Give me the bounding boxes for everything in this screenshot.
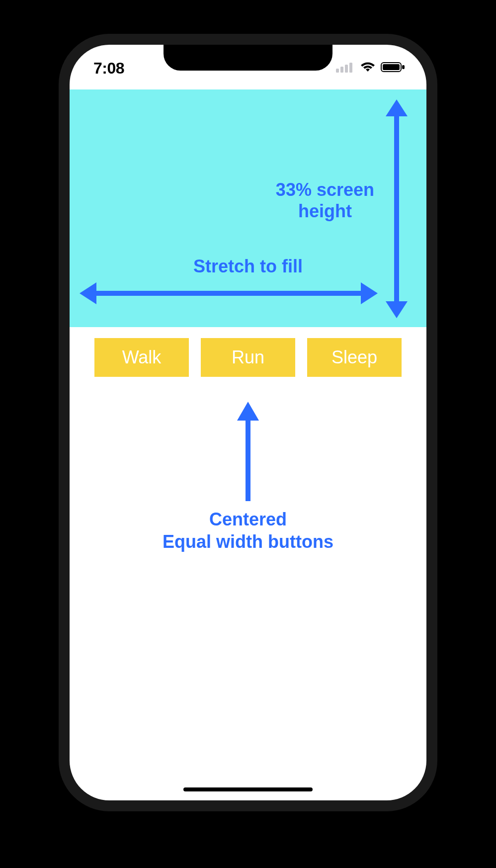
svg-rect-5	[383, 64, 400, 70]
vertical-arrow-icon	[382, 99, 412, 318]
center-annotation-line1: Centered	[163, 508, 333, 530]
home-indicator[interactable]	[183, 787, 313, 791]
stretch-annotation: Stretch to fill	[70, 256, 426, 277]
volume-up-button[interactable]	[51, 214, 56, 273]
status-time: 7:08	[93, 59, 124, 78]
svg-rect-2	[345, 65, 348, 73]
height-annotation: 33% screen height	[276, 179, 374, 222]
svg-marker-14	[237, 402, 259, 421]
status-icons	[336, 62, 406, 75]
battery-icon	[381, 62, 406, 75]
signal-icon	[336, 62, 355, 75]
svg-marker-12	[361, 282, 378, 304]
svg-marker-9	[386, 301, 408, 318]
sleep-button[interactable]: Sleep	[307, 338, 402, 377]
notch	[164, 45, 332, 71]
volume-down-button[interactable]	[51, 283, 56, 343]
power-button[interactable]	[440, 229, 445, 318]
height-annotation-line1: 33% screen	[276, 179, 374, 200]
walk-button[interactable]: Walk	[94, 338, 189, 377]
svg-marker-11	[80, 282, 96, 304]
top-panel: 33% screen height Stretch to fill	[70, 89, 426, 327]
center-annotation: Centered Equal width buttons	[163, 508, 333, 553]
svg-rect-1	[340, 67, 343, 73]
svg-rect-0	[336, 69, 339, 73]
phone-frame: 7:08	[55, 30, 441, 815]
height-annotation-line2: height	[276, 200, 374, 222]
svg-rect-6	[402, 65, 405, 69]
svg-rect-3	[349, 63, 352, 73]
wifi-icon	[360, 62, 376, 75]
run-button[interactable]: Run	[201, 338, 295, 377]
mute-switch[interactable]	[51, 154, 56, 189]
svg-marker-8	[386, 99, 408, 116]
center-annotation-line2: Equal width buttons	[163, 530, 333, 553]
horizontal-arrow-icon	[80, 278, 378, 308]
phone-screen: 7:08	[70, 45, 426, 800]
center-annotation-group: Centered Equal width buttons	[70, 402, 426, 553]
up-arrow-icon	[233, 402, 263, 503]
button-row: Walk Run Sleep	[70, 327, 426, 377]
